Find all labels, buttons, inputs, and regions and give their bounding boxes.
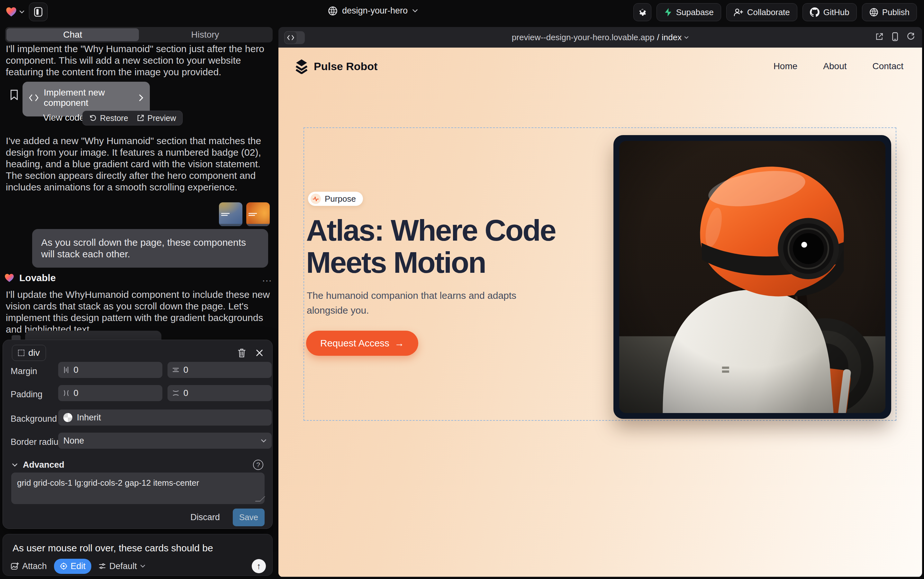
padding-y-icon [173,389,179,397]
refresh-icon[interactable] [907,33,915,41]
chevron-down-icon [412,9,418,13]
bookmark-icon[interactable] [10,90,19,100]
lovable-heart-icon [6,7,17,17]
chevron-down-icon [19,10,24,13]
border-radius-label: Border radius [11,437,63,447]
purpose-badge-label: Purpose [325,194,356,204]
mobile-view-icon[interactable] [892,32,898,41]
margin-y-field[interactable] [168,362,272,378]
discard-button[interactable]: Discard [186,509,224,526]
assistant-message-2: I've added a new "Why Humanoid" section … [6,135,272,193]
attach-image-icon [11,562,19,570]
hero-heading: Atlas: Where Code Meets Motion [306,214,555,278]
element-inspector-panel: div Margin Padding [3,340,273,529]
tab-history[interactable]: History [139,28,271,41]
attach-button[interactable]: Attach [11,561,47,571]
component-card-title: Implement new component [44,87,134,108]
margin-y-icon [173,367,179,373]
margin-y-input[interactable] [183,365,266,375]
robot-image [619,141,885,413]
margin-x-field[interactable] [58,362,162,378]
site-logo[interactable]: Pulse Robot [294,59,377,74]
nav-home[interactable]: Home [774,61,798,71]
border-radius-select[interactable]: None [58,433,272,449]
assistant-message-1: I'll implement the "Why Humanoid" sectio… [6,43,272,78]
preview-button[interactable]: Preview [137,114,176,123]
restore-button[interactable]: Restore [89,114,128,123]
hero-robot-card [614,135,891,419]
sliders-icon [98,562,106,570]
tailwind-classes-textarea[interactable]: grid grid-cols-1 lg:grid-cols-2 gap-12 i… [11,473,264,504]
chevron-down-icon [261,439,266,443]
publish-button[interactable]: Publish [862,3,917,21]
arrow-right-icon: → [395,338,404,349]
lovable-logo-menu[interactable] [6,7,24,17]
purpose-badge: Purpose [308,192,363,206]
preview-url-bar[interactable]: preview--design-your-hero.lovable.app / … [278,27,922,47]
advanced-section-label[interactable]: Advanced [23,460,64,470]
message-hover-toolbar: Restore Preview [82,111,183,126]
background-label: Background [11,414,57,424]
nav-contact[interactable]: Contact [873,61,904,71]
lovable-heart-icon [5,273,14,283]
supabase-button[interactable]: Supabase [656,3,721,21]
help-icon[interactable]: ? [253,460,263,470]
project-switcher[interactable]: design-your-hero [328,6,418,16]
code-icon [29,94,39,101]
request-access-button[interactable]: Request Access → [306,331,418,356]
user-message-bubble: As you scroll down the page, these compo… [32,229,268,268]
padding-y-input[interactable] [183,388,266,398]
sidebar-panel-icon [34,7,42,17]
padding-y-field[interactable] [168,385,272,401]
layers-logo-icon [294,59,309,74]
chevron-right-icon [139,94,144,101]
composer-input[interactable]: As user mouse roll over, these cards sho… [13,543,213,554]
preview-url-path: / index [657,33,682,43]
supabase-icon [664,8,672,17]
attachment-thumbnail-blue[interactable] [219,202,242,226]
attachment-thumbnail-orange[interactable] [246,202,270,226]
github-button[interactable]: GitHub [803,3,857,21]
settings-button[interactable] [633,3,651,21]
site-brand-name: Pulse Robot [314,60,377,73]
padding-x-field[interactable] [58,385,162,401]
github-icon [810,7,820,17]
hero-subtext: The humanoid companion that learns and a… [307,288,532,318]
trash-icon[interactable] [238,348,246,358]
background-field[interactable]: Inherit [58,409,272,425]
toggle-sidebar-button[interactable] [29,3,47,21]
lovable-app-window: design-your-hero Supabase [0,0,924,579]
close-icon[interactable] [256,349,263,357]
send-button[interactable]: ↑ [252,559,266,573]
selected-element-chip[interactable]: div [12,345,46,361]
model-selector[interactable]: Default [98,561,145,571]
assistant-message-3: I'll update the WhyHumanoid component to… [6,289,272,335]
code-icon [287,35,294,40]
margin-label: Margin [11,366,37,376]
code-preview-toggle[interactable] [284,31,305,44]
nav-about[interactable]: About [823,61,847,71]
project-name: design-your-hero [342,6,408,16]
chat-composer[interactable]: As user mouse roll over, these cards sho… [3,534,273,576]
message-menu-button[interactable]: … [262,272,273,284]
site-canvas: Pulse Robot Home About Contact Purpose [278,47,922,577]
collaborate-button[interactable]: Collaborate [726,3,797,21]
padding-x-input[interactable] [73,388,157,398]
preview-pane: preview--design-your-hero.lovable.app / … [278,27,922,577]
target-icon [60,562,67,570]
publish-globe-icon [869,8,878,17]
external-link-icon [137,114,144,122]
restore-icon [89,114,97,122]
globe-icon [328,6,338,16]
tab-chat[interactable]: Chat [7,28,139,41]
arrow-up-icon: ↑ [256,561,261,571]
edit-mode-button[interactable]: Edit [54,559,91,574]
save-button[interactable]: Save [233,509,264,526]
margin-x-input[interactable] [73,365,157,375]
assistant-header: Lovable … [5,272,273,285]
chevron-down-icon[interactable] [12,463,18,467]
background-value: Inherit [77,413,101,423]
dashed-selection-icon [18,350,24,356]
open-in-new-tab-icon[interactable] [875,33,883,41]
margin-x-icon [63,366,69,373]
